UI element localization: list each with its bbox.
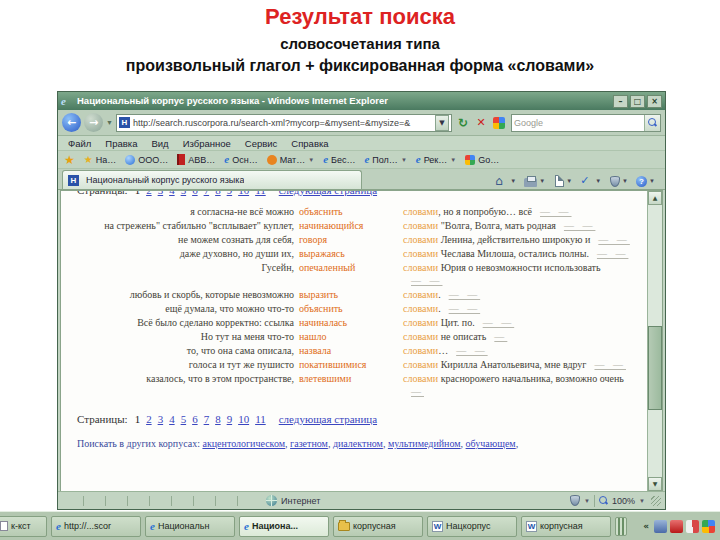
add-favorite-icon[interactable]: ★ bbox=[64, 154, 75, 166]
matched-verb-link[interactable]: выразить bbox=[299, 288, 403, 301]
help-button[interactable]: ?▼ bbox=[636, 176, 655, 187]
pagination-next-link[interactable]: следующая страница bbox=[279, 413, 377, 425]
menu-item-Файл[interactable]: Файл bbox=[68, 138, 91, 149]
check-button[interactable]: ✓▼ bbox=[580, 175, 601, 187]
taskbar-button[interactable]: корпусная bbox=[333, 516, 423, 537]
pagination-page-link[interactable]: 4 bbox=[169, 413, 175, 425]
source-link[interactable]: — — bbox=[483, 317, 515, 328]
taskbar-button[interactable]: eНациона... bbox=[239, 516, 329, 537]
source-link[interactable]: — — bbox=[411, 275, 443, 286]
matched-word-link[interactable]: словами bbox=[403, 248, 438, 259]
corpora-link[interactable]: газетном bbox=[290, 438, 328, 449]
zoom-level[interactable]: 100% bbox=[612, 496, 635, 506]
source-link[interactable]: — — bbox=[449, 289, 481, 300]
tray-overflow-chevron[interactable]: « bbox=[643, 521, 649, 531]
favorites-item[interactable]: ★На… bbox=[84, 155, 116, 165]
chevron-down-icon[interactable]: ▼ bbox=[595, 178, 601, 184]
matched-word-link[interactable]: словами bbox=[403, 373, 438, 384]
corpora-link[interactable]: мультимедийном bbox=[388, 438, 461, 449]
menu-item-Избранное[interactable]: Избранное bbox=[183, 138, 231, 149]
taskbar-button[interactable]: Wкорпусная bbox=[521, 516, 611, 537]
matched-word-link[interactable]: словами bbox=[403, 345, 438, 356]
resize-grip[interactable] bbox=[651, 496, 661, 506]
back-button[interactable]: ← bbox=[62, 113, 81, 132]
matched-verb-link[interactable]: покатившимися bbox=[299, 358, 403, 371]
pagination-page-link[interactable]: 10 bbox=[238, 191, 249, 196]
corpora-link[interactable]: диалектном bbox=[333, 438, 383, 449]
language-bar[interactable] bbox=[615, 517, 627, 536]
source-link[interactable]: — — bbox=[449, 303, 481, 314]
pagination-page-link[interactable]: 10 bbox=[238, 413, 249, 425]
source-link[interactable]: — — bbox=[594, 359, 626, 370]
minimize-button[interactable]: – bbox=[613, 95, 628, 108]
menu-item-Вид[interactable]: Вид bbox=[151, 138, 168, 149]
pagination-page-link[interactable]: 2 bbox=[146, 191, 152, 196]
tray-icon[interactable] bbox=[702, 520, 715, 533]
taskbar-button[interactable]: WНацкорпус bbox=[427, 516, 517, 537]
search-go-button[interactable] bbox=[644, 115, 660, 131]
corpora-link[interactable]: обучающем bbox=[466, 438, 516, 449]
pagination-page-link[interactable]: 2 bbox=[146, 413, 152, 425]
matched-verb-link[interactable]: начиналась bbox=[299, 316, 403, 329]
matched-word-link[interactable]: словами bbox=[403, 234, 438, 245]
pagination-page-link[interactable]: 5 bbox=[181, 191, 187, 196]
matched-verb-link[interactable]: говоря bbox=[299, 233, 403, 246]
scrollbar-thumb[interactable] bbox=[648, 326, 662, 410]
taskbar-button[interactable]: eНациональн bbox=[145, 516, 235, 537]
taskbar-button[interactable]: ehttp://...scor bbox=[51, 516, 141, 537]
pagination-page-link[interactable]: 9 bbox=[227, 191, 233, 196]
matched-word-link[interactable]: словами bbox=[403, 331, 438, 342]
favorites-item[interactable]: eОсн… bbox=[224, 154, 257, 165]
source-link[interactable]: — — bbox=[598, 234, 630, 245]
shield-button[interactable]: ▼ bbox=[609, 176, 628, 187]
pagination-page-link[interactable]: 3 bbox=[158, 191, 164, 196]
favorites-item[interactable]: ООО… bbox=[125, 155, 168, 165]
search-value[interactable]: Google bbox=[512, 115, 644, 131]
favorites-item[interactable]: eПол…▼ bbox=[364, 154, 406, 165]
maximize-button[interactable]: □ bbox=[630, 95, 645, 108]
tray-icon[interactable] bbox=[654, 520, 667, 533]
favorites-item[interactable]: АВВ… bbox=[177, 154, 215, 165]
pagination-page-link[interactable]: 6 bbox=[192, 413, 198, 425]
pagination-page-link[interactable]: 7 bbox=[204, 191, 210, 196]
matched-word-link[interactable]: словами bbox=[403, 206, 438, 217]
pagination-page-link[interactable]: 3 bbox=[158, 413, 164, 425]
favorites-item[interactable]: Мат…▼ bbox=[267, 155, 314, 165]
close-button[interactable]: × bbox=[647, 95, 662, 108]
menu-item-Справка[interactable]: Справка bbox=[291, 138, 328, 149]
menu-item-Сервис[interactable]: Сервис bbox=[245, 138, 278, 149]
matched-verb-link[interactable]: начинающийся bbox=[299, 219, 403, 232]
matched-word-link[interactable]: словами bbox=[403, 317, 438, 328]
tab-ruscorpora[interactable]: Н Национальный корпус русского языка bbox=[62, 170, 362, 189]
favorites-item[interactable]: Go… bbox=[465, 155, 499, 165]
scroll-up-icon[interactable]: ▲ bbox=[648, 191, 662, 205]
taskbar-button[interactable]: к-кст bbox=[0, 516, 47, 537]
print-button[interactable]: ▼ bbox=[524, 176, 545, 187]
pagination-page-link[interactable]: 8 bbox=[215, 413, 221, 425]
pagination-page-link[interactable]: 11 bbox=[255, 413, 266, 425]
source-link[interactable]: — — bbox=[540, 206, 572, 217]
source-link[interactable]: — — bbox=[456, 345, 488, 356]
zoom-magnifier-icon[interactable] bbox=[599, 496, 608, 505]
matched-verb-link[interactable]: назвала bbox=[299, 344, 403, 357]
search-input[interactable]: Google bbox=[511, 114, 661, 132]
menu-item-Правка[interactable]: Правка bbox=[105, 138, 137, 149]
matched-word-link[interactable]: словами bbox=[403, 303, 438, 314]
chevron-down-icon[interactable]: ▼ bbox=[510, 178, 516, 184]
matched-verb-link[interactable]: выражаясь bbox=[299, 247, 403, 260]
matched-word-link[interactable]: словами bbox=[403, 289, 438, 300]
scroll-down-icon[interactable]: ▼ bbox=[648, 477, 662, 491]
matched-verb-link[interactable]: объяснить bbox=[299, 205, 403, 218]
shield-icon[interactable] bbox=[570, 495, 580, 506]
address-dropdown-icon[interactable]: ▼ bbox=[435, 115, 449, 131]
favorites-item[interactable]: eБес… bbox=[323, 154, 355, 165]
chevron-down-icon[interactable]: ▼ bbox=[308, 157, 314, 163]
url-text[interactable]: http://search.ruscorpora.ru/search-xml?m… bbox=[133, 115, 435, 131]
source-link[interactable]: — — bbox=[597, 248, 629, 259]
pagination-next-link[interactable]: следующая страница bbox=[279, 191, 377, 196]
matched-word-link[interactable]: словами bbox=[403, 220, 438, 231]
chevron-down-icon[interactable]: ▼ bbox=[566, 178, 572, 184]
vertical-scrollbar[interactable]: ▲ ▼ bbox=[647, 191, 662, 491]
pagination-page-link[interactable]: 4 bbox=[169, 191, 175, 196]
pagination-page-link[interactable]: 9 bbox=[227, 413, 233, 425]
